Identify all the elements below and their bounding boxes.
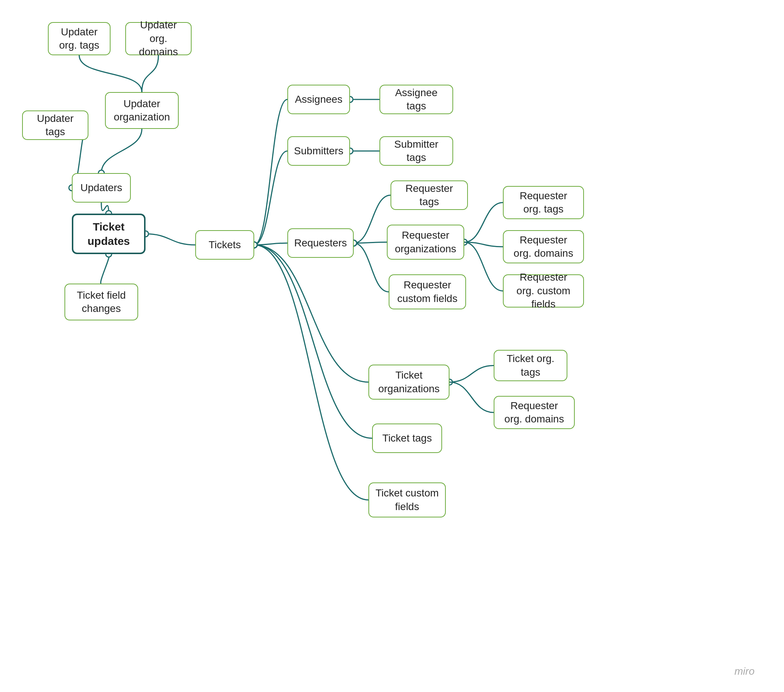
ticket_updates-node: Ticket updates: [72, 214, 145, 254]
requester_tags-node: Requester tags: [390, 181, 468, 210]
requester_org_custom_fields-node: Requester org. custom fields: [503, 274, 584, 307]
ticket_organizations-node: Ticket organizations: [369, 365, 450, 399]
updater_org_domains-node: Updater org. domains: [125, 22, 191, 55]
ticket_tags-node: Ticket tags: [372, 424, 442, 453]
assignee_tags-node: Assignee tags: [379, 85, 453, 114]
requesters-node: Requesters: [287, 228, 354, 258]
requester_custom_fields-node: Requester custom fields: [389, 274, 466, 309]
tickets-node: Tickets: [195, 230, 254, 260]
updater_org_tags-node: Updater org. tags: [48, 22, 110, 55]
ticket_field_changes-node: Ticket field changes: [64, 284, 138, 321]
requester_org_tags-node: Requester org. tags: [503, 186, 584, 219]
requester_org_domains-node: Requester org. domains: [503, 230, 584, 263]
submitter_tags-node: Submitter tags: [379, 136, 453, 166]
requester_organizations-node: Requester organizations: [387, 225, 464, 260]
assignees-node: Assignees: [287, 85, 350, 114]
miro-label: miro: [735, 666, 754, 677]
submitters-node: Submitters: [287, 136, 350, 166]
updater_tags-node: Updater tags: [22, 110, 89, 140]
updaters-node: Updaters: [72, 173, 131, 202]
updater_organization-node: Updater organization: [105, 92, 179, 129]
ticket_custom_fields-node: Ticket custom fields: [369, 482, 446, 518]
ticket_org_tags-node: Ticket org. tags: [494, 350, 567, 381]
ticket_org_domains-node: Requester org. domains: [494, 396, 575, 429]
